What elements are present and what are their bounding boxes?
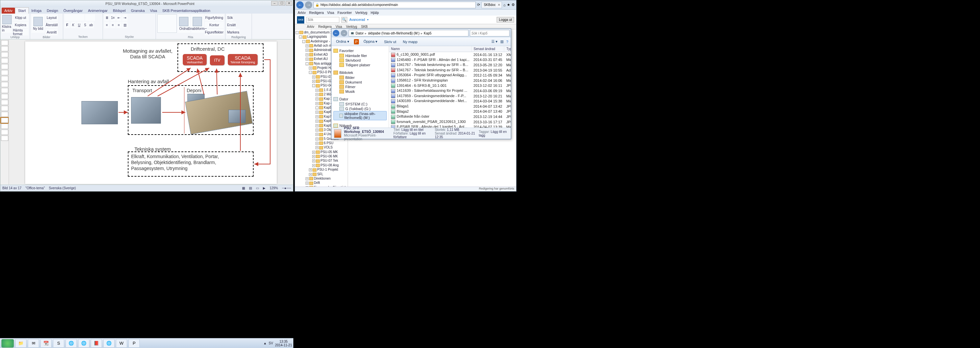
file-row[interactable]: 1417859 - Granskningsmeddelande - F-P...… — [389, 93, 511, 99]
expand-icon[interactable]: + — [315, 93, 318, 96]
tray-show-hidden-icon[interactable]: ▲ — [264, 342, 267, 345]
skbdoc-search-input[interactable] — [306, 17, 339, 23]
expand-icon[interactable]: + — [315, 97, 318, 101]
tree-node[interactable]: +PSU-08 Ang — [296, 163, 347, 168]
explorer-file-list[interactable]: Namn Senast ändrad Typ Storlek 6_c130_00… — [389, 46, 511, 128]
expand-icon[interactable]: + — [312, 160, 315, 163]
expand-icon[interactable]: + — [312, 155, 315, 158]
expand-icon[interactable]: + — [312, 80, 315, 83]
file-row[interactable]: 1411639 - Säkerhetsklassning för Projekt… — [389, 88, 511, 93]
expand-icon[interactable]: + — [305, 45, 309, 47]
expand-icon[interactable]: + — [315, 89, 318, 92]
taskbar-app-4[interactable]: 🌐 — [65, 339, 77, 348]
expand-icon[interactable]: + — [305, 57, 309, 61]
file-row[interactable]: 1358612 - SFR förslutningsplan2014-02-04… — [389, 78, 511, 83]
expand-icon[interactable]: + — [312, 75, 315, 78]
skbdoc-menu-visa[interactable]: Visa — [336, 25, 342, 29]
tree-node[interactable]: +Direktionen — [296, 176, 347, 180]
expand-icon[interactable]: + — [309, 67, 312, 70]
layout-button[interactable]: Layout — [45, 14, 58, 21]
file-row[interactable]: F-PSAR SFR - Allmän del 1 kapitel 5 - An… — [389, 124, 511, 128]
back-button[interactable]: ← — [296, 1, 304, 9]
nav-group[interactable]: Favoriter — [333, 49, 387, 53]
expand-icon[interactable]: + — [315, 133, 318, 136]
slide-thumb-3[interactable] — [1, 52, 8, 57]
slide-canvas[interactable]: Mottagning av avfallet, Data till SCADA … — [25, 42, 277, 184]
replace-button[interactable]: Ersätt — [227, 22, 236, 28]
strike-button[interactable]: S — [83, 22, 88, 28]
underline-button[interactable]: U — [76, 22, 82, 28]
tab-insert[interactable]: Infoga — [29, 8, 45, 14]
crumb[interactable]: skbpabe (\\nas-sth-file\home$) (M:) — [368, 32, 420, 35]
search-go-button[interactable]: 🔍 — [341, 17, 347, 23]
numbering-button[interactable]: 1≡ — [110, 14, 116, 21]
tree-node[interactable]: +PSU-06 MK — [296, 154, 347, 158]
slide-thumb-5[interactable] — [1, 64, 8, 69]
shape-outline-button[interactable]: Kontur — [205, 22, 224, 28]
reset-button[interactable]: Återställ — [45, 22, 58, 28]
slide-thumb-1[interactable] — [1, 40, 8, 45]
file-row[interactable]: Bilaga12014-04-07 13:42JPEG-bild755 kB — [389, 104, 511, 109]
align-right-button[interactable]: ≡ — [116, 22, 121, 28]
tab-close-icon[interactable]: ✕ — [498, 3, 500, 6]
expand-icon[interactable]: - — [309, 71, 312, 74]
tree-node[interactable]: +VOLS — [296, 145, 347, 150]
open-button[interactable]: Öppna ▾ — [361, 39, 379, 45]
tray-time[interactable]: 13:35 — [275, 340, 292, 343]
skbdoc-menu-verktyg[interactable]: Verktyg — [346, 25, 357, 29]
file-row[interactable]: 1341767 - Teknisk beskrivning av SFR – B… — [389, 68, 511, 73]
expand-icon[interactable]: + — [315, 124, 318, 127]
expand-icon[interactable]: + — [315, 111, 318, 114]
close-icon[interactable]: ✕ — [286, 1, 292, 6]
slide-thumb-10[interactable] — [1, 94, 8, 99]
tab-transitions[interactable]: Övergångar — [61, 8, 86, 14]
forward-button[interactable]: → — [305, 1, 312, 9]
explorer-search-input[interactable] — [470, 30, 509, 37]
expand-icon[interactable]: + — [305, 177, 309, 180]
expand-icon[interactable]: + — [315, 102, 318, 105]
nav-item[interactable]: Filmer — [333, 85, 387, 89]
address-bar[interactable]: 🔒 https://skbdoc.skbad.skb.se/skbdoc/com… — [313, 2, 476, 8]
breadcrumb[interactable]: 💻Dator▸skbpabe (\\nas-sth-file\home$) (M… — [348, 30, 468, 37]
explorer-forward-button[interactable]: → — [341, 30, 347, 37]
logout-button[interactable]: Logga ut — [496, 17, 514, 22]
file-row[interactable]: 1430189 - Granskningsmeddelande - Met...… — [389, 99, 511, 104]
tab-view[interactable]: Visa — [147, 8, 159, 14]
expand-icon[interactable]: + — [309, 173, 312, 176]
open-button-icon[interactable]: P — [354, 39, 359, 45]
slide-thumb-14[interactable] — [1, 118, 8, 123]
taskbar-app-8[interactable]: W — [116, 339, 127, 348]
align-center-button[interactable]: ≡ — [110, 22, 116, 28]
taskbar-app-7[interactable]: 🌐 — [103, 339, 115, 348]
view-options-button[interactable]: ☰ ▾ — [491, 40, 498, 44]
expand-icon[interactable]: + — [305, 49, 309, 52]
taskbar-app-0[interactable]: 📁 — [15, 339, 27, 348]
expand-icon[interactable]: + — [315, 115, 318, 118]
slide-thumb-6[interactable] — [1, 70, 8, 75]
crumb[interactable]: Dator — [356, 32, 364, 35]
nav-item[interactable]: skbpabe (\\nas-sth-file\home$) (M:) — [333, 111, 387, 120]
expand-icon[interactable]: - — [299, 35, 302, 38]
tab-slideshow[interactable]: Bildspel — [110, 8, 129, 14]
skbdoc-menu-arkiv[interactable]: Arkiv — [307, 25, 314, 29]
skbdoc-menu-redigera[interactable]: Redigera — [318, 25, 332, 29]
view-normal-button[interactable]: ▦ — [242, 186, 245, 190]
nav-item[interactable]: Musik — [333, 89, 387, 94]
tab-start[interactable]: Start — [15, 7, 29, 14]
start-button[interactable] — [1, 339, 14, 348]
nav-group[interactable]: Bibliotek — [333, 70, 387, 75]
organize-button[interactable]: Ordna ▾ — [334, 39, 351, 45]
cut-button[interactable]: Klipp ut — [13, 14, 29, 21]
view-reading-button[interactable]: ▭ — [256, 186, 259, 190]
indent-inc-button[interactable]: ⇥ — [122, 14, 127, 21]
slide-thumb-13[interactable] — [1, 112, 8, 117]
crumb[interactable]: Kap5 — [424, 32, 431, 35]
refresh-icon[interactable]: ⟳ — [477, 3, 480, 7]
find-button[interactable]: Sök — [227, 14, 233, 21]
shadow-button[interactable]: ab — [88, 22, 94, 28]
tab-file[interactable]: Arkiv — [2, 8, 15, 14]
ie-menu-redigera[interactable]: Redigera — [309, 11, 324, 14]
print-button[interactable]: Skriv ut — [382, 39, 398, 45]
select-button[interactable]: Markera — [227, 29, 240, 35]
new-slide-button[interactable]: Ny bild — [32, 14, 45, 33]
